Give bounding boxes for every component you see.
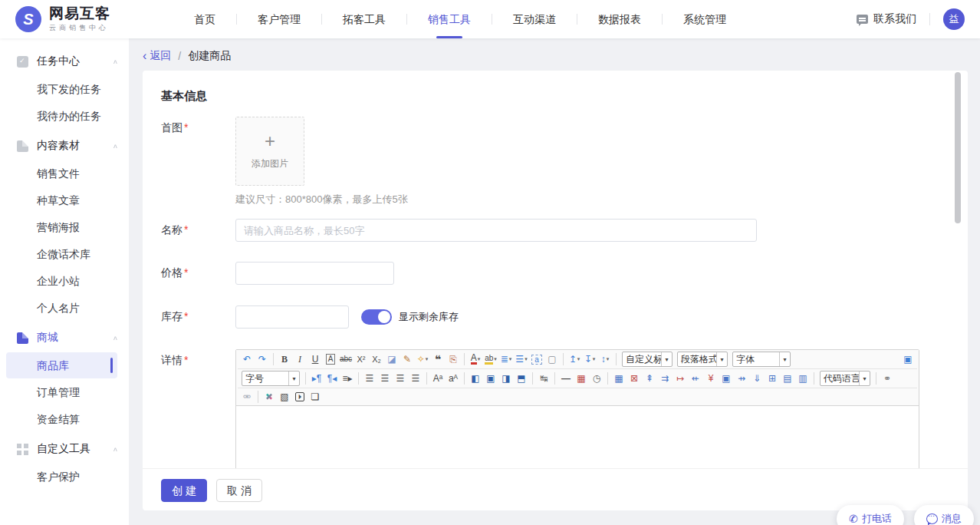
sidebar-item-marketing-posters[interactable]: 营销海报	[0, 214, 129, 240]
highlight-color-icon[interactable]: ab▾	[483, 352, 498, 366]
back-button[interactable]: ‹ 返回	[143, 49, 171, 63]
insert-column-left-icon[interactable]: ⇷	[688, 371, 703, 385]
indent-icon[interactable]: ≡▸	[340, 371, 355, 385]
product-price-input[interactable]	[235, 262, 394, 285]
image-float-left-icon[interactable]: ◧	[468, 371, 483, 385]
sidebar-section-content-materials[interactable]: 内容素材 ∧	[0, 132, 129, 160]
unlink-icon[interactable]: ⚮	[239, 390, 255, 404]
superscript-icon[interactable]: X²	[354, 352, 369, 366]
auto-typeset-icon[interactable]: ✧▾	[415, 352, 430, 366]
merge-cells-icon[interactable]: ⊞	[765, 371, 780, 385]
font-size-select[interactable]: 字号▾	[242, 371, 300, 386]
sidebar-item-wecom-scripts[interactable]: 企微话术库	[0, 241, 129, 267]
fullscreen-icon[interactable]: ▣	[900, 352, 916, 366]
brand-logo[interactable]: S 网易互客 云商销售中心	[0, 5, 173, 33]
add-image-upload-button[interactable]: + 添加图片	[235, 117, 304, 186]
cancel-button[interactable]: 取 消	[216, 479, 262, 502]
redo-icon[interactable]: ↷	[255, 352, 270, 366]
insert-column-right-icon[interactable]: ⇸	[734, 371, 749, 385]
user-avatar[interactable]: 益	[943, 8, 965, 30]
image-float-right-icon[interactable]: ◨	[498, 371, 514, 385]
nav-item-reports[interactable]: 数据报表	[577, 0, 662, 38]
nav-item-system[interactable]: 系统管理	[663, 0, 747, 38]
new-page-icon[interactable]: ▢	[544, 352, 560, 366]
format-painter-icon[interactable]: ✎	[400, 352, 415, 366]
sidebar-item-order-management[interactable]: 订单管理	[0, 379, 129, 405]
unordered-list-icon[interactable]: ☰▾	[514, 352, 529, 366]
sidebar-item-seeding-articles[interactable]: 种草文章	[0, 187, 129, 213]
align-right-icon[interactable]: ☰	[393, 371, 408, 385]
to-lowercase-icon[interactable]: aᴬ	[446, 371, 461, 385]
font-border-icon[interactable]: A	[323, 352, 338, 366]
blockquote-icon[interactable]: ❝	[430, 352, 446, 366]
to-uppercase-icon[interactable]: Aᵃ	[430, 371, 446, 385]
sidebar-item-sales-files[interactable]: 销售文件	[0, 160, 129, 187]
anchor-icon[interactable]: a	[529, 352, 544, 366]
editor-content-area[interactable]	[236, 406, 919, 469]
select-table-rows-icon[interactable]: ▤	[780, 371, 795, 385]
insert-time-icon[interactable]: ◷	[589, 371, 604, 385]
insert-date-icon[interactable]: ▦	[574, 371, 589, 385]
insert-music-icon[interactable]: ✖	[261, 390, 277, 404]
create-button[interactable]: 创 建	[161, 479, 207, 502]
sidebar-item-company-site[interactable]: 企业小站	[0, 268, 129, 294]
align-center-icon[interactable]: ☰	[377, 371, 393, 385]
sidebar-section-custom-tools[interactable]: 自定义工具 ∧	[0, 435, 129, 463]
messages-button[interactable]: 消息	[914, 505, 974, 525]
sidebar-item-tasks-todo[interactable]: 我待办的任务	[0, 103, 129, 129]
indent-first-line-icon[interactable]: ▸¶	[309, 371, 324, 385]
insert-row-icon[interactable]: ⇞	[642, 371, 657, 385]
align-justify-icon[interactable]: ☰	[408, 371, 423, 385]
line-spacing-icon[interactable]: ↕▾	[597, 352, 613, 366]
contact-us-button[interactable]: 联系我们	[857, 12, 916, 26]
show-remaining-stock-toggle[interactable]	[361, 309, 392, 325]
insert-column-icon[interactable]: ⇉	[657, 371, 673, 385]
font-color-icon[interactable]: A▾	[468, 352, 483, 366]
nav-item-customers[interactable]: 客户管理	[237, 0, 321, 38]
sidebar-item-tasks-issued[interactable]: 我下发的任务	[0, 76, 129, 102]
nav-item-prospecting-tools[interactable]: 拓客工具	[322, 0, 406, 38]
make-call-button[interactable]: ✆ 打电话	[837, 505, 904, 525]
eraser-icon[interactable]: ◪	[384, 352, 400, 366]
sidebar-section-task-center[interactable]: 任务中心 ∧	[0, 48, 129, 75]
card-scrollbar-thumb[interactable]	[955, 72, 961, 223]
select-table-columns-icon[interactable]: ▥	[795, 371, 811, 385]
image-inline-icon[interactable]: ▣	[483, 371, 498, 385]
sidebar-section-mall[interactable]: 商城 ∧	[0, 324, 129, 352]
image-center-icon[interactable]: ⬒	[514, 371, 529, 385]
italic-icon[interactable]: I	[292, 352, 307, 366]
sidebar-item-product-library[interactable]: 商品库	[6, 352, 117, 378]
sidebar-item-business-card[interactable]: 个人名片	[0, 295, 129, 321]
product-name-input[interactable]	[235, 219, 757, 242]
strikethrough-icon[interactable]: abc	[338, 352, 354, 366]
insert-row-below-icon[interactable]: ⇓	[749, 371, 765, 385]
paragraph-spacing-bottom-icon[interactable]: ↧▾	[582, 352, 597, 366]
insert-table-icon[interactable]: ▦	[611, 371, 626, 385]
merge-cell-right-icon[interactable]: ↦	[673, 371, 688, 385]
underline-icon[interactable]: U	[307, 352, 323, 366]
nav-item-home[interactable]: 首页	[173, 0, 236, 38]
custom-title-select[interactable]: 自定义标题▾	[622, 352, 673, 367]
paragraph-format-select[interactable]: 段落格式▾	[677, 352, 728, 367]
font-family-select[interactable]: 字体▾	[732, 352, 791, 367]
paste-text-icon[interactable]: ⎘	[446, 352, 461, 366]
insert-snippet-icon[interactable]: ❏	[307, 390, 323, 404]
text-direction-rtl-icon[interactable]: ¶◂	[324, 371, 340, 385]
product-stock-input[interactable]	[235, 305, 349, 329]
horizontal-rule-icon[interactable]: —	[558, 371, 574, 385]
ordered-list-icon[interactable]: ≣▾	[498, 352, 514, 366]
bold-icon[interactable]: B	[277, 352, 292, 366]
subscript-icon[interactable]: X₂	[369, 352, 384, 366]
undo-icon[interactable]: ↶	[239, 352, 255, 366]
nav-item-channels[interactable]: 互动渠道	[492, 0, 577, 38]
insert-image-icon[interactable]: ▧	[277, 390, 292, 404]
delete-table-icon[interactable]: ⊠	[626, 371, 642, 385]
insert-video-icon[interactable]: ⏵	[292, 390, 307, 404]
paragraph-spacing-top-icon[interactable]: ↥▾	[567, 352, 582, 366]
page-break-icon[interactable]: ↹	[536, 371, 551, 385]
insert-link-icon[interactable]: ⚭	[880, 371, 895, 385]
align-left-icon[interactable]: ☰	[362, 371, 377, 385]
sidebar-item-customer-protection[interactable]: 客户保护	[0, 464, 129, 490]
table-border-icon[interactable]: ▣	[719, 371, 734, 385]
code-language-select[interactable]: 代码语言▾	[820, 371, 870, 386]
